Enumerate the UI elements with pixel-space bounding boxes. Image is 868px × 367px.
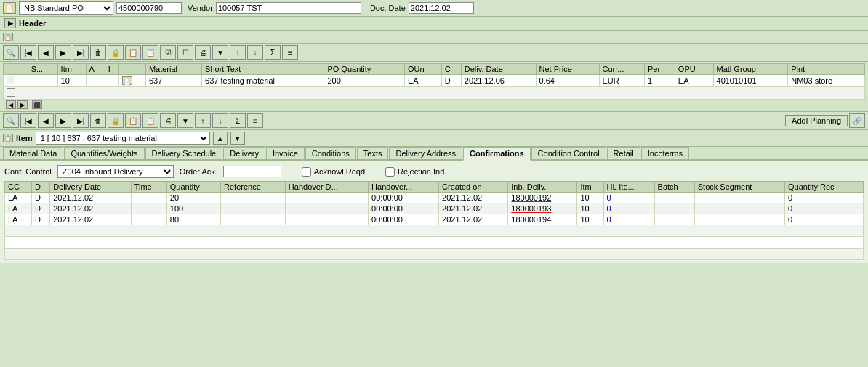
conf-col-inb-deliv: Inb. Deliv.: [508, 182, 577, 193]
po-number-input[interactable]: [116, 2, 182, 14]
last-icon[interactable]: ▶|: [73, 45, 89, 60]
conf-col-delivery-date: Delivery Date: [50, 182, 132, 193]
copy-icon[interactable]: 📋: [125, 45, 141, 60]
doc-date-label: Doc. Date: [370, 4, 406, 12]
items-table-container: S... Itm A I Material Short Text PO Quan…: [0, 62, 868, 112]
conf-controls-row: Conf. Control Z004 Inbound Delivery Orde…: [4, 164, 864, 181]
toolbar2-icon13[interactable]: ↓: [212, 113, 228, 128]
tab-invoice[interactable]: Invoice: [266, 147, 305, 159]
doc-icon: 📄: [3, 2, 16, 14]
doc-type-select[interactable]: NB Standard PO: [19, 1, 113, 15]
confirmations-content: Conf. Control Z004 Inbound Delivery Orde…: [0, 161, 868, 263]
paste-icon[interactable]: 📋: [142, 45, 158, 60]
sum-icon[interactable]: Σ: [265, 45, 281, 60]
toolbar2-icon3[interactable]: ◀: [38, 113, 54, 128]
col-i: I: [105, 64, 118, 75]
item-nav-down-btn[interactable]: ▼: [230, 132, 245, 145]
tab-delivery[interactable]: Delivery: [223, 147, 265, 159]
tab-delivery-address[interactable]: Delivery Address: [389, 147, 462, 159]
layout-icon[interactable]: ≡: [282, 45, 298, 60]
next-icon[interactable]: ▶: [55, 45, 71, 60]
toolbar2-icon6[interactable]: 🗑: [90, 113, 106, 128]
lock-icon[interactable]: 🔒: [108, 45, 124, 60]
vendor-input[interactable]: [216, 2, 361, 14]
item-nav-up-btn[interactable]: ▲: [213, 132, 228, 145]
rejection-ind-checkbox[interactable]: [385, 167, 395, 177]
order-ack-label: Order Ack.: [180, 167, 217, 176]
conf-control-label: Conf. Control: [4, 167, 52, 176]
tab-texts[interactable]: Texts: [357, 147, 389, 159]
sub-header-icon[interactable]: 📋: [3, 33, 13, 41]
inb-deliv-3[interactable]: 180000194: [511, 215, 551, 224]
filter-icon[interactable]: ▼: [212, 45, 228, 60]
col-opu: OPU: [675, 64, 713, 75]
conf-row-3[interactable]: LA D 2021.12.02 80 00:00:00 2021.12.02 1…: [5, 214, 864, 225]
search-icon[interactable]: 🔍: [3, 45, 19, 60]
first-icon[interactable]: |◀: [20, 45, 36, 60]
rejection-ind-group: Rejection Ind.: [385, 167, 446, 177]
prev-icon[interactable]: ◀: [38, 45, 54, 60]
tab-confirmations[interactable]: Confirmations: [463, 147, 531, 161]
conf-col-stock-segment: Stock Segment: [694, 182, 784, 193]
sort-asc-icon[interactable]: ↑: [230, 45, 246, 60]
table-row-empty: [4, 87, 865, 100]
conf-col-itm: Itm: [577, 182, 603, 193]
conf-col-d: D: [31, 182, 49, 193]
inb-deliv-2[interactable]: 180000193: [511, 204, 551, 213]
conf-row-1[interactable]: LA D 2021.12.02 20 00:00:00 2021.12.02 1…: [5, 193, 864, 203]
addl-planning-button[interactable]: Addl Planning: [785, 115, 848, 126]
tab-conditions[interactable]: Conditions: [305, 147, 356, 159]
col-plnt: Plnt: [788, 64, 865, 75]
inb-deliv-1[interactable]: 180000192: [511, 193, 551, 202]
sort-desc-icon[interactable]: ↓: [247, 45, 263, 60]
row-select-checkbox[interactable]: [7, 76, 15, 84]
col-per: Per: [644, 64, 675, 75]
header-expand-icon[interactable]: ▶: [4, 18, 16, 28]
acknowl-reqd-checkbox[interactable]: [302, 167, 311, 177]
table-row[interactable]: 10 📄 637 637 testing material 200 EA D 2…: [4, 75, 865, 87]
toolbar2-icon11[interactable]: ▼: [177, 113, 193, 128]
col-oun: OUn: [404, 64, 441, 75]
tab-delivery-schedule[interactable]: Delivery Schedule: [145, 147, 223, 159]
col-material: Material: [145, 64, 201, 75]
rejection-ind-label: Rejection Ind.: [398, 167, 446, 176]
doc-date-input[interactable]: [409, 2, 474, 14]
conf-table: CC D Delivery Date Time Quantity Referen…: [4, 181, 864, 260]
tab-retail[interactable]: Retail: [607, 147, 640, 159]
toolbar2-icon5[interactable]: ▶|: [73, 113, 89, 128]
toolbar2-icon12[interactable]: ↑: [195, 113, 211, 128]
toolbar2-extra-icon[interactable]: 🔗: [849, 113, 865, 128]
conf-col-handover: Handover...: [369, 182, 439, 193]
item-section: 📋 Item 1 [ 10 ] 637 , 637 testing materi…: [0, 130, 868, 147]
toolbar2-icon9[interactable]: 📋: [142, 113, 158, 128]
scroll-left-btn[interactable]: ◀: [6, 100, 16, 109]
conf-col-reference: Reference: [221, 182, 286, 193]
print-icon[interactable]: 🖨: [195, 45, 211, 60]
scroll-handle[interactable]: ⬛: [32, 100, 42, 109]
item-select[interactable]: 1 [ 10 ] 637 , 637 testing material: [36, 132, 210, 145]
vendor-label: Vendor: [188, 4, 213, 12]
conf-control-select[interactable]: Z004 Inbound Delivery: [57, 165, 174, 178]
toolbar2-icon8[interactable]: 📋: [125, 113, 141, 128]
order-ack-input[interactable]: [223, 166, 281, 177]
tab-material-data[interactable]: Material Data: [3, 147, 63, 159]
tab-quantities-weights[interactable]: Quantities/Weights: [64, 147, 144, 159]
delete-icon[interactable]: 🗑: [90, 45, 106, 60]
toolbar2-icon4[interactable]: ▶: [55, 113, 71, 128]
toolbar2-icon14[interactable]: Σ: [230, 113, 246, 128]
tab-incoterms[interactable]: Incoterms: [641, 147, 689, 159]
scroll-right-btn[interactable]: ▶: [17, 100, 28, 109]
toolbar2-icon1[interactable]: 🔍: [3, 113, 19, 128]
conf-row-2[interactable]: LA D 2021.12.02 100 00:00:00 2021.12.02 …: [5, 203, 864, 214]
col-itm: Itm: [57, 64, 86, 75]
deselect-icon[interactable]: ☐: [177, 45, 193, 60]
header-label: Header: [19, 19, 46, 28]
tab-condition-control[interactable]: Condition Control: [531, 147, 606, 159]
toolbar2-icon15[interactable]: ≡: [247, 113, 263, 128]
item-icon: 📋: [3, 134, 13, 142]
toolbar2-icon2[interactable]: |◀: [20, 113, 36, 128]
row-select-checkbox-2[interactable]: [7, 88, 15, 97]
toolbar2-icon7[interactable]: 🔒: [108, 113, 124, 128]
toolbar2-icon10[interactable]: 🖨: [160, 113, 176, 128]
select-all-icon[interactable]: ☑: [160, 45, 176, 60]
